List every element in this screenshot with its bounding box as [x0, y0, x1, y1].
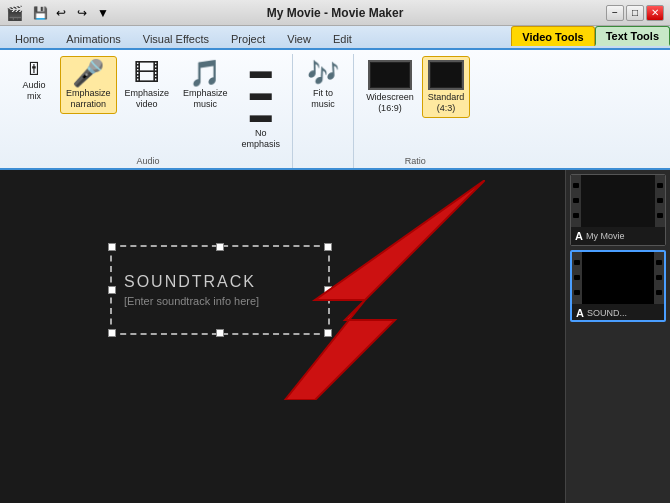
film-hole	[656, 260, 662, 265]
film-holes-right-1	[655, 175, 665, 227]
film-hole	[657, 183, 663, 188]
film-hole	[657, 213, 663, 218]
minimize-button[interactable]: −	[606, 5, 624, 21]
handle-right[interactable]	[324, 286, 332, 294]
handle-top[interactable]	[216, 243, 224, 251]
film-holes-left-1	[571, 175, 581, 227]
emphasize-narration-icon: 🎤	[72, 60, 104, 86]
close-button[interactable]: ✕	[646, 5, 664, 21]
film-thumb-2	[572, 252, 664, 304]
emphasize-video-icon: 🎞	[134, 60, 160, 86]
emphasize-music-icon: 🎵	[189, 60, 221, 86]
film-label-text-1: My Movie	[586, 231, 625, 241]
emphasize-video-button[interactable]: 🎞 Emphasizevideo	[119, 56, 176, 114]
redo-button[interactable]: ↪	[73, 4, 91, 22]
maximize-button[interactable]: □	[626, 5, 644, 21]
text-box[interactable]: SOUNDTRACK [Enter soundtrack info here]	[110, 245, 330, 335]
handle-bottom[interactable]	[216, 329, 224, 337]
audio-mix-button[interactable]: 🎚 Audiomix	[10, 56, 58, 106]
standard-label: Standard(4:3)	[428, 92, 465, 114]
tab-edit[interactable]: Edit	[322, 28, 363, 48]
film-hole	[656, 275, 662, 280]
emphasize-music-label: Emphasizemusic	[183, 88, 228, 110]
no-emphasis-button[interactable]: ▬▬▬ Noemphasis	[236, 56, 287, 154]
undo-button[interactable]: ↩	[52, 4, 70, 22]
emphasize-narration-label: Emphasizenarration	[66, 88, 111, 110]
audio-mix-label: Audiomix	[22, 80, 45, 102]
emphasize-video-label: Emphasizevideo	[125, 88, 170, 110]
film-label-text-2: SOUND...	[587, 308, 627, 318]
film-hole	[574, 260, 580, 265]
handle-br[interactable]	[324, 329, 332, 337]
film-label-1: A My Movie	[571, 227, 665, 245]
canvas-text-subtitle[interactable]: [Enter soundtrack info here]	[124, 295, 259, 307]
widescreen-label: Widescreen(16:9)	[366, 92, 414, 114]
app-icon: 🎬	[6, 5, 23, 21]
save-button[interactable]: 💾	[31, 4, 49, 22]
standard-button[interactable]: Standard(4:3)	[422, 56, 471, 118]
film-hole	[657, 198, 663, 203]
tab-animations[interactable]: Animations	[55, 28, 131, 48]
film-strip-item-1[interactable]: A My Movie	[570, 174, 666, 246]
no-emphasis-icon: ▬▬▬	[250, 60, 272, 126]
ratio-buttons: Widescreen(16:9) Standard(4:3)	[360, 56, 470, 154]
ribbon-group-fit: 🎶 Fit tomusic	[293, 54, 354, 168]
handle-bl[interactable]	[108, 329, 116, 337]
film-hole	[574, 290, 580, 295]
film-thumb-1	[571, 175, 665, 227]
audio-buttons: 🎚 Audiomix 🎤 Emphasizenarration 🎞 Emphas…	[10, 56, 286, 154]
fit-to-music-icon: 🎶	[307, 60, 339, 86]
fit-to-music-label: Fit tomusic	[311, 88, 335, 110]
canvas-text-title[interactable]: SOUNDTRACK	[124, 273, 256, 291]
emphasize-music-button[interactable]: 🎵 Emphasizemusic	[177, 56, 234, 114]
tab-text-tools[interactable]: Text Tools	[595, 26, 670, 46]
handle-left[interactable]	[108, 286, 116, 294]
film-holes-right-2	[654, 252, 664, 304]
audio-mix-icon: 🎚	[25, 60, 43, 78]
film-label-2: A SOUND...	[572, 304, 664, 322]
film-label-icon-2: A	[576, 307, 584, 319]
quick-access-toolbar: 💾 ↩ ↪ ▼	[27, 2, 116, 24]
window-controls: − □ ✕	[606, 5, 664, 21]
film-hole	[573, 198, 579, 203]
film-hole	[573, 183, 579, 188]
contextual-tabs: Video Tools Text Tools	[511, 26, 670, 48]
no-emphasis-label: Noemphasis	[242, 128, 281, 150]
fit-buttons: 🎶 Fit tomusic	[299, 56, 347, 164]
title-bar-left: 🎬 💾 ↩ ↪ ▼	[6, 2, 116, 24]
film-hole	[656, 290, 662, 295]
film-strip-item-2[interactable]: A SOUND...	[570, 250, 666, 322]
widescreen-button[interactable]: Widescreen(16:9)	[360, 56, 420, 118]
canvas-area[interactable]: SOUNDTRACK [Enter soundtrack info here] …	[0, 170, 565, 503]
tab-visual-effects[interactable]: Visual Effects	[132, 28, 220, 48]
tab-view[interactable]: View	[276, 28, 322, 48]
dropdown-button[interactable]: ▼	[94, 4, 112, 22]
fit-to-music-button[interactable]: 🎶 Fit tomusic	[299, 56, 347, 114]
handle-tl[interactable]	[108, 243, 116, 251]
ratio-group-label: Ratio	[405, 154, 426, 166]
ribbon-tabs: Home Animations Visual Effects Project V…	[0, 26, 670, 50]
ribbon-group-ratio: Widescreen(16:9) Standard(4:3) Ratio	[354, 54, 476, 168]
tab-video-tools[interactable]: Video Tools	[511, 26, 594, 46]
film-hole	[574, 275, 580, 280]
ribbon-group-audio: 🎚 Audiomix 🎤 Emphasizenarration 🎞 Emphas…	[4, 54, 293, 168]
film-hole	[573, 213, 579, 218]
right-panel: A My Movie A SOUND...	[565, 170, 670, 503]
film-holes-left-2	[572, 252, 582, 304]
film-label-icon-1: A	[575, 230, 583, 242]
tab-home[interactable]: Home	[4, 28, 55, 48]
ribbon-content: 🎚 Audiomix 🎤 Emphasizenarration 🎞 Emphas…	[0, 50, 670, 170]
audio-group-label: Audio	[137, 154, 160, 166]
title-bar: 🎬 💾 ↩ ↪ ▼ My Movie - Movie Maker − □ ✕	[0, 0, 670, 26]
handle-tr[interactable]	[324, 243, 332, 251]
main-area: SOUNDTRACK [Enter soundtrack info here] …	[0, 170, 670, 503]
tab-project[interactable]: Project	[220, 28, 276, 48]
window-title: My Movie - Movie Maker	[267, 6, 404, 20]
emphasize-narration-button[interactable]: 🎤 Emphasizenarration	[60, 56, 117, 114]
